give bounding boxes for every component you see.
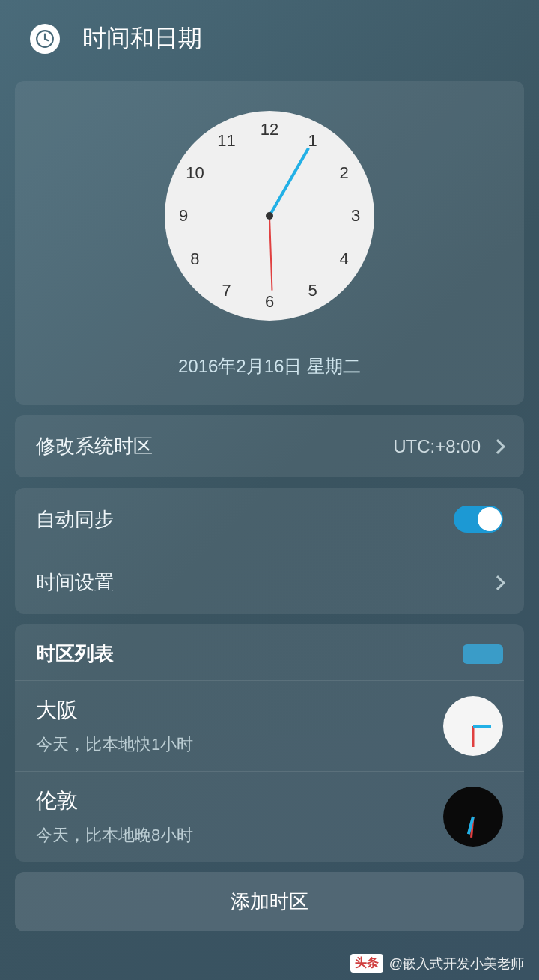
main-clock-card: 121234567891011 2016年2月16日 星期二: [15, 81, 524, 405]
timezone-list-title: 时区列表: [36, 641, 114, 667]
toggle-knob: [478, 507, 502, 531]
watermark-badge: 头条: [350, 954, 383, 973]
clock-number: 2: [333, 162, 356, 184]
page-header: 时间和日期: [0, 0, 539, 70]
timezone-list-card: 时区列表 大阪 今天，比本地快1小时 伦敦 今天，比本地晚8小时: [15, 624, 524, 862]
timezone-row[interactable]: 修改系统时区 UTC:+8:00: [15, 415, 524, 477]
clock-number: 1: [302, 130, 324, 152]
clock-number: 12: [258, 118, 281, 141]
settings-card-1: 修改系统时区 UTC:+8:00: [15, 415, 524, 477]
clock-number: 11: [216, 130, 238, 152]
timezone-desc: 今天，比本地快1小时: [36, 734, 193, 756]
timezone-name: 伦敦: [36, 787, 193, 815]
current-date: 2016年2月16日 星期二: [30, 354, 509, 378]
timezone-item[interactable]: 大阪 今天，比本地快1小时: [15, 681, 524, 772]
clock-number: 10: [183, 162, 206, 184]
time-setting-label: 时间设置: [36, 569, 114, 596]
add-timezone-button[interactable]: 添加时区: [15, 872, 524, 931]
clock-number: 8: [183, 248, 206, 270]
auto-sync-toggle[interactable]: [454, 506, 503, 533]
mini-clock-icon: [443, 696, 503, 756]
timezone-name: 大阪: [36, 696, 193, 725]
chevron-right-icon: [490, 439, 505, 454]
mini-clock-icon: [443, 787, 503, 847]
chevron-right-icon: [490, 575, 505, 590]
watermark: 头条 @嵌入式开发小美老师: [350, 954, 524, 973]
clock-icon: [30, 24, 60, 54]
timezone-desc: 今天，比本地晚8小时: [36, 824, 193, 847]
add-timezone-label: 添加时区: [231, 890, 308, 913]
watermark-author: @嵌入式开发小美老师: [389, 955, 524, 973]
clock-number: 3: [344, 205, 367, 227]
time-setting-row[interactable]: 时间设置: [15, 551, 524, 614]
second-hand: [269, 216, 272, 291]
clock-number: 4: [333, 248, 356, 270]
clock-number: 9: [172, 205, 195, 227]
minute-hand: [268, 147, 310, 217]
clock-center-dot: [266, 212, 273, 220]
clock-number: 7: [216, 279, 238, 302]
timezone-list-header: 时区列表: [15, 624, 524, 681]
analog-clock: 121234567891011: [165, 111, 374, 321]
clock-number: 6: [258, 291, 281, 313]
timezone-value: UTC:+8:00: [393, 436, 481, 457]
settings-card-2: 自动同步 时间设置: [15, 488, 524, 614]
timezone-label: 修改系统时区: [36, 433, 153, 459]
clock-number: 5: [302, 279, 324, 302]
auto-sync-label: 自动同步: [36, 506, 114, 533]
auto-sync-row: 自动同步: [15, 488, 524, 551]
timezone-item[interactable]: 伦敦 今天，比本地晚8小时: [15, 772, 524, 862]
list-badge[interactable]: [463, 644, 503, 664]
page-title: 时间和日期: [82, 22, 202, 55]
